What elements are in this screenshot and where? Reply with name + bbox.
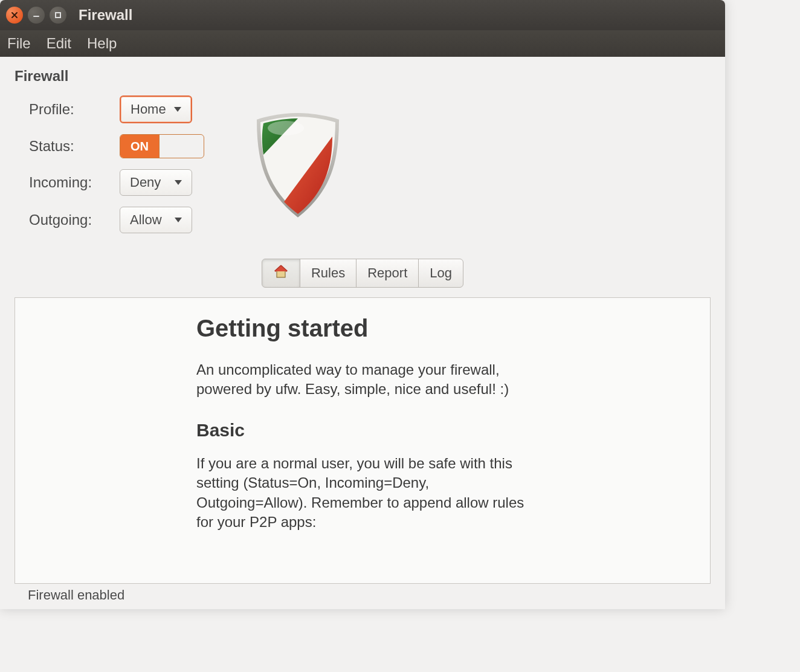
menu-edit[interactable]: Edit — [47, 35, 71, 52]
section-heading: Firewall — [15, 68, 711, 85]
menubar: File Edit Help — [0, 30, 725, 57]
tabbar: Rules Report Log — [15, 259, 711, 288]
titlebar[interactable]: Firewall — [0, 0, 725, 30]
doc-subheading-basic: Basic — [196, 420, 529, 441]
settings-and-shield: Profile: Home Status: ON Incoming: — [15, 95, 711, 244]
settings-form: Profile: Home Status: ON Incoming: — [15, 95, 204, 244]
row-outgoing: Outgoing: Allow — [15, 207, 204, 233]
row-profile: Profile: Home — [15, 95, 204, 123]
row-status: Status: ON — [15, 134, 204, 158]
profile-dropdown[interactable]: Home — [120, 95, 192, 123]
doc-heading: Getting started — [196, 315, 529, 342]
row-incoming: Incoming: Deny — [15, 169, 204, 196]
window-title: Firewall — [79, 7, 132, 24]
chevron-down-icon — [174, 107, 181, 112]
profile-value: Home — [131, 102, 166, 117]
chevron-down-icon — [175, 218, 182, 222]
status-label: Status: — [29, 138, 120, 155]
close-icon[interactable] — [6, 7, 23, 24]
content-area: Firewall Profile: Home Status: ON — [0, 57, 725, 609]
tab-home[interactable] — [262, 259, 300, 288]
status-toggle[interactable]: ON — [120, 134, 204, 158]
maximize-icon[interactable] — [50, 7, 66, 24]
tab-rules[interactable]: Rules — [300, 259, 356, 288]
shield-icon — [253, 95, 343, 222]
svg-rect-0 — [56, 13, 60, 18]
outgoing-label: Outgoing: — [29, 212, 120, 228]
outgoing-dropdown[interactable]: Allow — [120, 207, 192, 233]
tab-report-label: Report — [367, 265, 407, 281]
minimize-icon[interactable] — [28, 7, 45, 24]
doc-panel[interactable]: Getting started An uncomplicated way to … — [15, 297, 711, 584]
tab-rules-label: Rules — [311, 265, 345, 281]
chevron-down-icon — [175, 180, 182, 185]
menu-help[interactable]: Help — [87, 35, 117, 52]
application-window: Firewall File Edit Help Firewall Profile… — [0, 0, 725, 609]
statusbar: Firewall enabled — [15, 584, 711, 609]
svg-rect-2 — [277, 271, 285, 277]
menu-file[interactable]: File — [7, 35, 31, 52]
window-controls — [6, 7, 66, 24]
tab-log[interactable]: Log — [418, 259, 463, 288]
home-icon — [273, 264, 289, 282]
outgoing-value: Allow — [130, 212, 162, 228]
incoming-label: Incoming: — [29, 174, 120, 191]
incoming-dropdown[interactable]: Deny — [120, 169, 192, 196]
status-value: ON — [120, 135, 160, 158]
status-text: Firewall enabled — [28, 587, 124, 603]
tab-log-label: Log — [430, 265, 452, 281]
profile-label: Profile: — [29, 101, 120, 118]
incoming-value: Deny — [130, 175, 161, 190]
svg-point-1 — [268, 121, 304, 135]
doc-basic-text: If you are a normal user, you will be sa… — [196, 454, 529, 532]
doc-intro: An uncomplicated way to manage your fire… — [196, 360, 529, 399]
tab-report[interactable]: Report — [356, 259, 419, 288]
